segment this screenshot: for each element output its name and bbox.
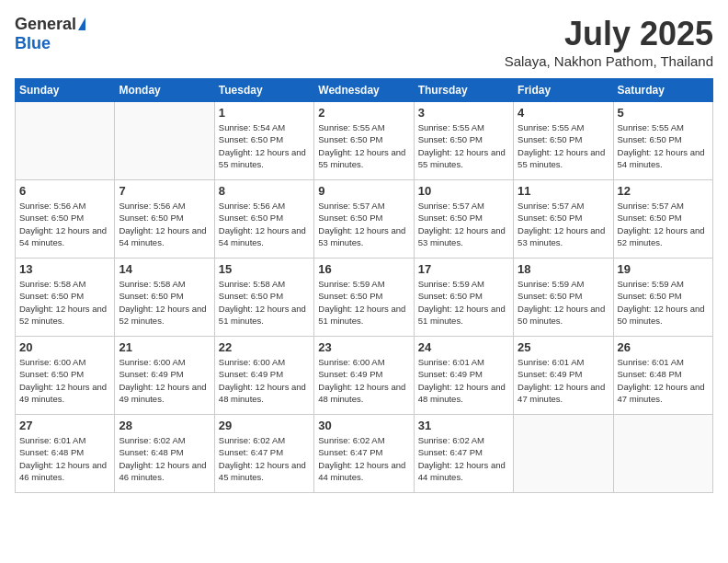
- calendar-cell: 4Sunrise: 5:55 AMSunset: 6:50 PMDaylight…: [514, 102, 613, 180]
- calendar-cell: 9Sunrise: 5:57 AMSunset: 6:50 PMDaylight…: [314, 180, 414, 259]
- day-number: 6: [19, 184, 110, 198]
- day-number: 21: [119, 340, 210, 354]
- day-info: Sunrise: 6:02 AMSunset: 6:47 PMDaylight:…: [318, 434, 409, 483]
- logo: General Blue: [15, 15, 85, 53]
- location-subtitle: Salaya, Nakhon Pathom, Thailand: [505, 53, 713, 69]
- day-info: Sunrise: 5:58 AMSunset: 6:50 PMDaylight:…: [19, 278, 110, 327]
- weekday-header-tuesday: Tuesday: [214, 79, 313, 102]
- day-number: 16: [318, 262, 409, 276]
- calendar-cell: 27Sunrise: 6:01 AMSunset: 6:48 PMDayligh…: [16, 415, 115, 493]
- calendar-cell: 21Sunrise: 6:00 AMSunset: 6:49 PMDayligh…: [115, 337, 214, 415]
- day-info: Sunrise: 5:57 AMSunset: 6:50 PMDaylight:…: [518, 200, 609, 248]
- day-number: 4: [518, 106, 609, 120]
- month-title: July 2025: [505, 15, 713, 53]
- calendar-table: SundayMondayTuesdayWednesdayThursdayFrid…: [15, 78, 713, 493]
- day-info: Sunrise: 5:59 AMSunset: 6:50 PMDaylight:…: [418, 278, 509, 327]
- calendar-header-row: SundayMondayTuesdayWednesdayThursdayFrid…: [16, 79, 713, 102]
- calendar-cell: 20Sunrise: 6:00 AMSunset: 6:50 PMDayligh…: [16, 337, 115, 415]
- day-number: 17: [418, 262, 509, 276]
- day-number: 8: [219, 184, 310, 198]
- calendar-cell: 11Sunrise: 5:57 AMSunset: 6:50 PMDayligh…: [514, 180, 613, 259]
- day-number: 10: [418, 184, 509, 198]
- day-info: Sunrise: 5:55 AMSunset: 6:50 PMDaylight:…: [418, 121, 509, 170]
- day-number: 23: [318, 340, 409, 354]
- calendar-cell: 17Sunrise: 5:59 AMSunset: 6:50 PMDayligh…: [414, 259, 513, 337]
- day-number: 18: [518, 262, 609, 276]
- calendar-cell: [16, 102, 115, 180]
- day-number: 3: [418, 106, 509, 120]
- calendar-cell: 6Sunrise: 5:56 AMSunset: 6:50 PMDaylight…: [16, 180, 115, 259]
- calendar-cell: 8Sunrise: 5:56 AMSunset: 6:50 PMDaylight…: [214, 180, 313, 259]
- day-info: Sunrise: 6:02 AMSunset: 6:47 PMDaylight:…: [219, 434, 310, 483]
- calendar-cell: 18Sunrise: 5:59 AMSunset: 6:50 PMDayligh…: [514, 259, 613, 337]
- day-number: 27: [19, 419, 110, 432]
- calendar-cell: 2Sunrise: 5:55 AMSunset: 6:50 PMDaylight…: [314, 102, 414, 180]
- calendar-cell: 10Sunrise: 5:57 AMSunset: 6:50 PMDayligh…: [414, 180, 513, 259]
- day-number: 22: [219, 340, 310, 354]
- day-info: Sunrise: 5:57 AMSunset: 6:50 PMDaylight:…: [318, 200, 409, 248]
- calendar-cell: 28Sunrise: 6:02 AMSunset: 6:48 PMDayligh…: [115, 415, 214, 493]
- calendar-cell: 13Sunrise: 5:58 AMSunset: 6:50 PMDayligh…: [16, 259, 115, 337]
- day-number: 25: [518, 340, 609, 354]
- day-info: Sunrise: 5:56 AMSunset: 6:50 PMDaylight:…: [19, 200, 110, 248]
- calendar-cell: 14Sunrise: 5:58 AMSunset: 6:50 PMDayligh…: [115, 259, 214, 337]
- week-row-3: 13Sunrise: 5:58 AMSunset: 6:50 PMDayligh…: [16, 259, 713, 337]
- day-number: 13: [19, 262, 110, 276]
- calendar-cell: [613, 415, 712, 493]
- day-number: 15: [219, 262, 310, 276]
- calendar-cell: [115, 102, 214, 180]
- calendar-cell: 3Sunrise: 5:55 AMSunset: 6:50 PMDaylight…: [414, 102, 513, 180]
- logo-triangle-icon: [78, 17, 85, 30]
- day-info: Sunrise: 5:59 AMSunset: 6:50 PMDaylight:…: [318, 278, 409, 327]
- day-info: Sunrise: 6:01 AMSunset: 6:48 PMDaylight:…: [19, 434, 110, 483]
- calendar-cell: 29Sunrise: 6:02 AMSunset: 6:47 PMDayligh…: [214, 415, 313, 493]
- day-number: 14: [119, 262, 210, 276]
- calendar-cell: 23Sunrise: 6:00 AMSunset: 6:49 PMDayligh…: [314, 337, 414, 415]
- day-info: Sunrise: 5:55 AMSunset: 6:50 PMDaylight:…: [618, 121, 709, 170]
- day-number: 29: [219, 419, 310, 432]
- calendar-cell: 1Sunrise: 5:54 AMSunset: 6:50 PMDaylight…: [214, 102, 313, 180]
- calendar-cell: 24Sunrise: 6:01 AMSunset: 6:49 PMDayligh…: [414, 337, 513, 415]
- day-number: 24: [418, 340, 509, 354]
- calendar-cell: [514, 415, 613, 493]
- day-info: Sunrise: 5:55 AMSunset: 6:50 PMDaylight:…: [318, 121, 409, 170]
- day-number: 19: [618, 262, 709, 276]
- day-number: 1: [219, 106, 310, 120]
- weekday-header-monday: Monday: [115, 79, 214, 102]
- day-info: Sunrise: 5:55 AMSunset: 6:50 PMDaylight:…: [518, 121, 609, 170]
- calendar-cell: 22Sunrise: 6:00 AMSunset: 6:49 PMDayligh…: [214, 337, 313, 415]
- weekday-header-wednesday: Wednesday: [314, 79, 414, 102]
- calendar-cell: 30Sunrise: 6:02 AMSunset: 6:47 PMDayligh…: [314, 415, 414, 493]
- weekday-header-thursday: Thursday: [414, 79, 513, 102]
- day-number: 30: [318, 419, 409, 432]
- calendar-cell: 16Sunrise: 5:59 AMSunset: 6:50 PMDayligh…: [314, 259, 414, 337]
- day-number: 9: [318, 184, 409, 198]
- calendar-cell: 25Sunrise: 6:01 AMSunset: 6:49 PMDayligh…: [514, 337, 613, 415]
- day-info: Sunrise: 5:56 AMSunset: 6:50 PMDaylight:…: [219, 200, 310, 248]
- calendar-cell: 26Sunrise: 6:01 AMSunset: 6:48 PMDayligh…: [613, 337, 712, 415]
- week-row-4: 20Sunrise: 6:00 AMSunset: 6:50 PMDayligh…: [16, 337, 713, 415]
- day-info: Sunrise: 5:58 AMSunset: 6:50 PMDaylight:…: [119, 278, 210, 327]
- day-info: Sunrise: 6:00 AMSunset: 6:49 PMDaylight:…: [219, 356, 310, 405]
- page-header: General Blue July 2025 Salaya, Nakhon Pa…: [15, 15, 713, 69]
- day-number: 7: [119, 184, 210, 198]
- day-number: 31: [418, 419, 509, 432]
- calendar-cell: 5Sunrise: 5:55 AMSunset: 6:50 PMDaylight…: [613, 102, 712, 180]
- day-info: Sunrise: 5:59 AMSunset: 6:50 PMDaylight:…: [518, 278, 609, 327]
- day-number: 26: [618, 340, 709, 354]
- week-row-2: 6Sunrise: 5:56 AMSunset: 6:50 PMDaylight…: [16, 180, 713, 259]
- weekday-header-sunday: Sunday: [16, 79, 115, 102]
- day-info: Sunrise: 5:58 AMSunset: 6:50 PMDaylight:…: [219, 278, 310, 327]
- day-info: Sunrise: 6:02 AMSunset: 6:48 PMDaylight:…: [119, 434, 210, 483]
- day-info: Sunrise: 5:54 AMSunset: 6:50 PMDaylight:…: [219, 121, 310, 170]
- day-number: 28: [119, 419, 210, 432]
- day-info: Sunrise: 5:57 AMSunset: 6:50 PMDaylight:…: [418, 200, 509, 248]
- day-info: Sunrise: 6:00 AMSunset: 6:49 PMDaylight:…: [119, 356, 210, 405]
- week-row-5: 27Sunrise: 6:01 AMSunset: 6:48 PMDayligh…: [16, 415, 713, 493]
- title-area: July 2025 Salaya, Nakhon Pathom, Thailan…: [505, 15, 713, 69]
- day-info: Sunrise: 6:00 AMSunset: 6:49 PMDaylight:…: [318, 356, 409, 405]
- day-number: 11: [518, 184, 609, 198]
- day-info: Sunrise: 6:02 AMSunset: 6:47 PMDaylight:…: [418, 434, 509, 483]
- day-info: Sunrise: 6:01 AMSunset: 6:49 PMDaylight:…: [518, 356, 609, 405]
- day-info: Sunrise: 6:01 AMSunset: 6:49 PMDaylight:…: [418, 356, 509, 405]
